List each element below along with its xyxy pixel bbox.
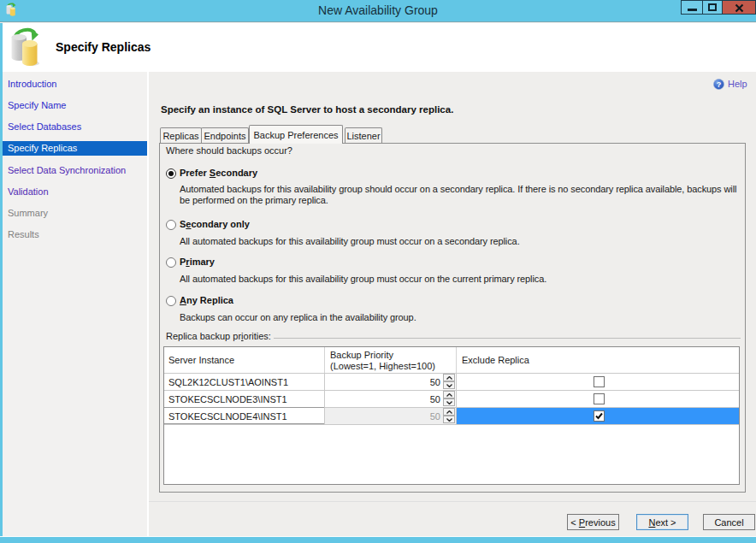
svg-text:?: ? bbox=[717, 80, 722, 89]
